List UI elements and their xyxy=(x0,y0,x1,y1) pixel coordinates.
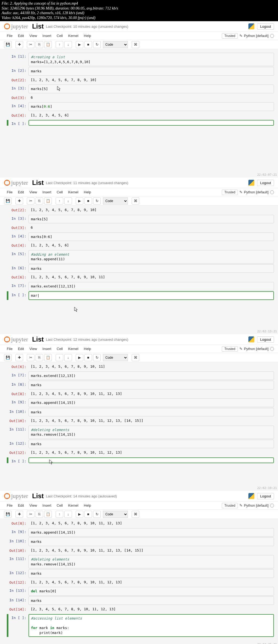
copy-button[interactable]: ⎘ xyxy=(36,41,43,48)
cut-button[interactable]: ✂ xyxy=(27,197,34,205)
logout-button[interactable]: Logout xyxy=(257,336,274,343)
cell-type-select[interactable]: Code xyxy=(103,197,128,205)
cut-button[interactable]: ✂ xyxy=(27,511,34,518)
move-up-button[interactable]: ↑ xyxy=(56,511,63,518)
menu-view[interactable]: View xyxy=(27,33,40,39)
move-down-button[interactable]: ↓ xyxy=(64,41,72,48)
code-cell[interactable]: In [5]:#adding an element marks.append(1… xyxy=(4,250,274,264)
logout-button[interactable]: Logout xyxy=(257,23,274,30)
code-cell[interactable]: In [4]:marks[0:6] xyxy=(4,102,274,111)
restart-button[interactable]: ↻ xyxy=(93,41,101,48)
cell-type-select[interactable]: Code xyxy=(103,511,128,518)
restart-button[interactable]: ↻ xyxy=(93,354,101,361)
cell-input[interactable] xyxy=(29,120,274,126)
menu-help[interactable]: Help xyxy=(81,502,94,509)
menu-view[interactable]: View xyxy=(27,502,40,509)
cell-input[interactable]: #accessing list elements for mark in mar… xyxy=(29,614,274,637)
code-cell[interactable]: In [14]:marks xyxy=(4,596,274,605)
command-palette-button[interactable]: ⌘ xyxy=(132,511,139,518)
jupyter-logo[interactable]: jupyter xyxy=(4,493,28,500)
code-cell[interactable]: In [9]:marks.append([14,15]) xyxy=(4,398,274,407)
save-button[interactable]: 💾 xyxy=(4,511,12,518)
add-cell-button[interactable]: ✚ xyxy=(15,41,23,48)
cell-input[interactable]: marks[0:6] xyxy=(29,102,274,111)
menu-insert[interactable]: Insert xyxy=(40,502,54,509)
cell-input[interactable]: marks.append([14,15]) xyxy=(29,398,274,407)
menu-cell[interactable]: Cell xyxy=(54,346,65,352)
cell-input[interactable]: marks.extend([12,13]) xyxy=(29,371,274,380)
menu-kernel[interactable]: Kernel xyxy=(65,33,81,39)
menu-file[interactable]: File xyxy=(4,502,15,509)
paste-button[interactable]: 📋 xyxy=(44,354,52,361)
command-palette-button[interactable]: ⌘ xyxy=(132,41,139,48)
menu-cell[interactable]: Cell xyxy=(54,189,65,195)
move-up-button[interactable]: ↑ xyxy=(56,197,63,205)
code-cell[interactable]: In [10]:marks xyxy=(4,408,274,417)
menu-edit[interactable]: Edit xyxy=(15,346,27,352)
cell-input[interactable] xyxy=(29,457,274,463)
pencil-icon[interactable]: ✎ xyxy=(239,34,242,38)
kernel-name[interactable]: Python [default] xyxy=(244,347,268,351)
cell-input[interactable]: marks[5] xyxy=(29,215,274,224)
cell-type-select[interactable]: Code xyxy=(103,354,128,361)
notebook-title[interactable]: List xyxy=(32,179,44,187)
menu-insert[interactable]: Insert xyxy=(40,346,54,352)
jupyter-logo[interactable]: jupyter xyxy=(4,336,28,343)
jupyter-logo[interactable]: jupyter xyxy=(4,23,28,30)
pencil-icon[interactable]: ✎ xyxy=(239,190,242,194)
cell-input[interactable]: marks xyxy=(29,537,274,546)
move-up-button[interactable]: ↑ xyxy=(56,354,63,361)
paste-button[interactable]: 📋 xyxy=(44,197,52,205)
menu-help[interactable]: Help xyxy=(81,189,94,195)
menu-edit[interactable]: Edit xyxy=(15,189,27,195)
notebook-area[interactable]: Out[6]:[1, 2, 3, 4, 5, 6, 7, 8, 9, 10, 1… xyxy=(0,363,278,475)
code-cell[interactable]: In [3]:marks[5] xyxy=(4,85,274,93)
code-cell-active[interactable]: In [ ]: xyxy=(4,120,274,126)
code-cell[interactable]: In [7]:marks.extend([12,13]) xyxy=(4,282,274,291)
menu-view[interactable]: View xyxy=(27,189,40,195)
code-cell[interactable]: In [4]:marks[0:6] xyxy=(4,233,274,241)
pencil-icon[interactable]: ✎ xyxy=(239,503,242,507)
code-cell[interactable]: In [6]:marks xyxy=(4,264,274,273)
save-button[interactable]: 💾 xyxy=(4,197,12,205)
code-cell[interactable]: In [7]:marks.extend([12,13]) xyxy=(4,371,274,380)
trusted-badge[interactable]: Trusted xyxy=(222,503,238,508)
add-cell-button[interactable]: ✚ xyxy=(15,354,23,361)
code-cell[interactable]: In [1]:#creating a list marks=[1,2,3,4,5… xyxy=(4,53,274,66)
code-cell[interactable]: In [8]:marks xyxy=(4,381,274,389)
cell-input[interactable]: del marks[0] xyxy=(29,587,274,596)
menu-file[interactable]: File xyxy=(4,189,15,195)
menu-view[interactable]: View xyxy=(27,346,40,352)
cut-button[interactable]: ✂ xyxy=(27,41,34,48)
menu-insert[interactable]: Insert xyxy=(40,33,54,39)
move-down-button[interactable]: ↓ xyxy=(64,511,72,518)
notebook-title[interactable]: List xyxy=(32,492,44,500)
trusted-badge[interactable]: Trusted xyxy=(222,346,238,352)
paste-button[interactable]: 📋 xyxy=(44,41,52,48)
cell-input[interactable]: marks.append([14,15]) xyxy=(29,528,274,537)
cut-button[interactable]: ✂ xyxy=(27,354,34,361)
cell-input[interactable]: marks xyxy=(29,440,274,448)
code-cell-active[interactable]: In [ ]:#accessing list elements for mark… xyxy=(4,614,274,637)
cell-input[interactable]: #adding an element marks.append(11) xyxy=(29,250,274,264)
cell-input[interactable]: marks xyxy=(29,381,274,389)
move-down-button[interactable]: ↓ xyxy=(64,197,72,205)
cell-input[interactable]: marks xyxy=(29,408,274,417)
menu-help[interactable]: Help xyxy=(81,346,94,352)
menu-kernel[interactable]: Kernel xyxy=(65,189,81,195)
notebook-title[interactable]: List xyxy=(32,336,44,343)
run-button[interactable]: ▶ xyxy=(76,197,83,205)
code-cell[interactable]: In [11]:#deleting elements marks.remove(… xyxy=(4,426,274,439)
trusted-badge[interactable]: Trusted xyxy=(222,33,238,39)
move-up-button[interactable]: ↑ xyxy=(56,41,63,48)
kernel-name[interactable]: Python [default] xyxy=(244,190,268,194)
notebook-area[interactable]: Out[8]:[1, 2, 3, 4, 5, 6, 7, 8, 9, 10, 1… xyxy=(0,520,278,640)
menu-edit[interactable]: Edit xyxy=(15,502,27,509)
add-cell-button[interactable]: ✚ xyxy=(15,511,23,518)
cell-input[interactable]: #deleting elements marks.remove([14,15]) xyxy=(29,426,274,439)
code-cell[interactable]: In [9]:marks.append([14,15]) xyxy=(4,528,274,537)
run-button[interactable]: ▶ xyxy=(76,354,83,361)
cell-input[interactable]: marks xyxy=(29,596,274,605)
restart-button[interactable]: ↻ xyxy=(93,197,101,205)
code-cell-active[interactable]: In [ ]: xyxy=(4,457,274,463)
